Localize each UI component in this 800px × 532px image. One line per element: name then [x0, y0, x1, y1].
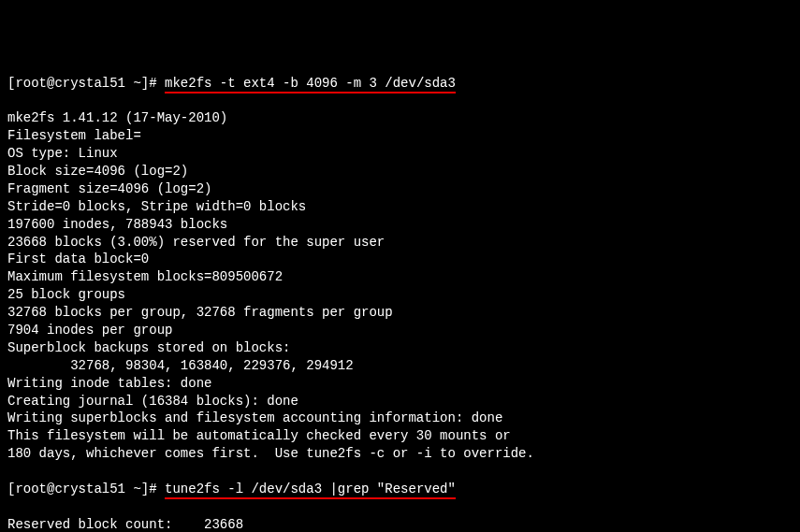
- command-2: tune2fs -l /dev/sda3 |grep "Reserved": [165, 482, 456, 499]
- prompt: [root@crystal51 ~]#: [7, 482, 165, 496]
- output-line: 25 block groups: [7, 286, 793, 304]
- output-line: 32768, 98304, 163840, 229376, 294912: [7, 357, 793, 375]
- output-block-1: mke2fs 1.41.12 (17-May-2010)Filesystem l…: [7, 109, 793, 463]
- output-line: Writing superblocks and filesystem accou…: [7, 410, 793, 427]
- reserved-block-count-value: 23668: [204, 517, 243, 532]
- output-line: Writing inode tables: done: [7, 375, 793, 393]
- output-line: First data block=0: [7, 251, 793, 268]
- output-line: 180 days, whichever comes first. Use tun…: [7, 445, 793, 463]
- output-line: This filesystem will be automatically ch…: [7, 427, 793, 445]
- output-line: 197600 inodes, 788943 blocks: [7, 216, 793, 234]
- output-line: Creating journal (16384 blocks): done: [7, 393, 793, 410]
- output-line: 32768 blocks per group, 32768 fragments …: [7, 304, 793, 322]
- output-line: Maximum filesystem blocks=809500672: [7, 268, 793, 286]
- prompt-line-2: [root@crystal51 ~]# tune2fs -l /dev/sda3…: [7, 481, 793, 498]
- output-line: mke2fs 1.41.12 (17-May-2010): [7, 109, 793, 127]
- reserved-block-count-label: Reserved block count:: [7, 517, 204, 532]
- output-line: 23668 blocks (3.00%) reserved for the su…: [7, 234, 793, 252]
- output-line: Block size=4096 (log=2): [7, 163, 793, 180]
- output-line: Filesystem label=: [7, 127, 793, 145]
- output-line: Stride=0 blocks, Stripe width=0 blocks: [7, 198, 793, 216]
- output-line: Fragment size=4096 (log=2): [7, 180, 793, 198]
- prompt: [root@crystal51 ~]#: [7, 76, 165, 91]
- command-1: mke2fs -t ext4 -b 4096 -m 3 /dev/sda3: [165, 76, 456, 93]
- output-line: OS type: Linux: [7, 145, 793, 163]
- prompt-line-1: [root@crystal51 ~]# mke2fs -t ext4 -b 40…: [7, 75, 793, 93]
- output-line: 7904 inodes per group: [7, 322, 793, 339]
- output-line: Superblock backups stored on blocks:: [7, 339, 793, 357]
- output2-line1: Reserved block count: 23668: [7, 516, 793, 532]
